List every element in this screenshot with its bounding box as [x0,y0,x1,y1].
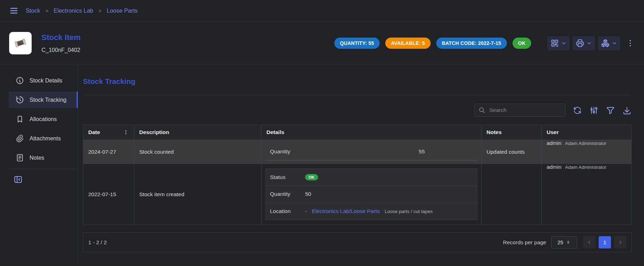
paperclip-icon [15,134,24,143]
column-header-description[interactable]: Description [134,125,262,140]
collapse-sidebar-icon [13,175,23,184]
filter-button[interactable] [606,106,615,115]
table-row[interactable]: 2024-07-27 Stock counted Quantity55 Upda… [83,140,631,164]
sidebar-item-notes[interactable]: Notes [9,149,78,166]
sort-icon [123,129,129,135]
breadcrumb-separator: > [45,8,48,14]
cell-user: adminAdam Administrator [542,164,631,225]
stepper-icon-wrap [566,240,571,245]
app-root: Stock>Electronics Lab>Loose Parts Stock … [0,0,644,265]
sort-toggle[interactable] [123,129,129,135]
footer-controls: Records per page 25 1 [503,236,626,249]
search-icon [478,106,486,114]
header-titles: Stock Item C_100nF_0402 [41,33,80,53]
detail-label: Location [270,208,305,214]
detail-label: Status [270,174,305,180]
more-options-button[interactable] [626,39,635,48]
detail-value: 55 [419,148,425,155]
sidebar-divider [9,169,78,169]
section-title: Stock Tracking [83,77,632,86]
section-divider [83,95,632,95]
badge-quantity: QUANTITY: 55 [334,38,380,49]
breadcrumb-link-electronics-lab[interactable]: Electronics Lab [53,7,93,14]
detail-label: Quantity [270,191,305,197]
sidebar-item-label: Attachments [30,135,61,142]
detail-row-status: StatusOK [265,168,478,186]
stock-actions-button[interactable] [598,36,620,50]
search-icon-wrap [478,106,486,114]
search-box[interactable] [474,104,566,117]
part-name: C_100nF_0402 [41,47,80,53]
chevron-down-icon [586,40,592,46]
qr-code-icon [550,39,559,48]
search-input[interactable] [489,107,562,114]
page-1-button[interactable]: 1 [599,236,611,248]
sidebar-item-stock-tracking[interactable]: Stock Tracking [9,92,78,108]
next-page-button[interactable] [614,236,626,248]
stock-item-thumbnail[interactable] [9,32,32,54]
chevron-down-icon [611,40,618,46]
stock-tracking-table: DateDescriptionDetailsNotesUser 2024-07-… [83,125,632,225]
sidebar-item-stock-details[interactable]: Stock Details [9,72,78,89]
badge-available: AVAILABLE: 5 [385,38,431,49]
download-button[interactable] [622,106,632,115]
dots-vertical-icon [626,39,635,48]
cell-description: Stock counted [134,140,262,164]
column-header-user[interactable]: User [542,125,631,140]
column-header-label: User [547,129,559,135]
sidebar-item-label: Stock Details [30,78,62,84]
location-prefix: - [305,208,307,214]
table-toolbar [83,104,632,117]
column-header-label: Date [88,129,100,135]
adjustments-icon [589,106,599,115]
sidebar-item-attachments[interactable]: Attachments [9,130,78,147]
cell-date: 2022-07-15 [83,164,134,225]
packages-icon [601,39,610,48]
badge-ok: OK [513,38,531,49]
detail-row-quantity: Quantity50 [265,186,478,203]
capacitor-image [13,36,28,51]
table-footer: 1 - 2 / 2 Records per page 25 1 [83,232,632,252]
cell-details: StatusOKQuantity50Location-Electronics L… [262,164,482,225]
printer-icon [575,39,585,48]
table-row[interactable]: 2022-07-15 Stock item created StatusOKQu… [83,164,631,225]
pagination: 1 [583,236,626,248]
sidebar-item-label: Allocations [30,116,57,122]
detail-value: 50 [305,191,311,197]
chevron-right-icon [617,239,623,245]
cell-description: Stock item created [134,164,262,225]
record-range: 1 - 2 / 2 [88,239,107,246]
bookmark-icon [15,115,24,124]
column-header-date[interactable]: Date [83,125,134,140]
location-link[interactable]: Electronics Lab/Loose Parts [312,208,380,214]
cell-details: Quantity55 [262,140,482,164]
location-annotation: Loose parts / cut tapes [385,209,433,214]
detail-row-location: Location-Electronics Lab/Loose PartsLoos… [265,203,478,220]
breadcrumb-separator: > [98,8,101,14]
print-actions-button[interactable] [573,36,595,50]
breadcrumb: Stock>Electronics Lab>Loose Parts [26,7,138,14]
barcode-actions-button[interactable] [547,36,569,50]
column-header-details[interactable]: Details [262,125,482,140]
adjustments-button[interactable] [589,106,599,115]
page-title: Stock Item [41,33,80,42]
detail-row-quantity: Quantity55 [265,143,478,160]
menu-button[interactable] [9,6,19,15]
download-icon [622,106,632,115]
info-icon [15,76,24,85]
sidebar-item-allocations[interactable]: Allocations [9,111,78,127]
collapse-sidebar-button[interactable] [13,175,23,184]
records-per-page-value: 25 [558,239,564,245]
notes-icon [15,153,24,162]
column-header-notes[interactable]: Notes [482,125,542,140]
breadcrumb-link-loose-parts[interactable]: Loose Parts [107,7,137,14]
refresh-button[interactable] [573,106,582,115]
records-per-page-select[interactable]: 25 [551,236,577,249]
detail-label: Quantity [270,148,305,155]
status-ok-badge: OK [305,174,318,180]
breadcrumb-link-stock[interactable]: Stock [26,7,40,14]
table-header-row: DateDescriptionDetailsNotesUser [83,125,631,140]
user-fullname: Adam Administrator [565,141,606,146]
prev-page-button[interactable] [583,236,595,248]
page-header: Stock Item C_100nF_0402 QUANTITY: 55AVAI… [0,22,644,65]
